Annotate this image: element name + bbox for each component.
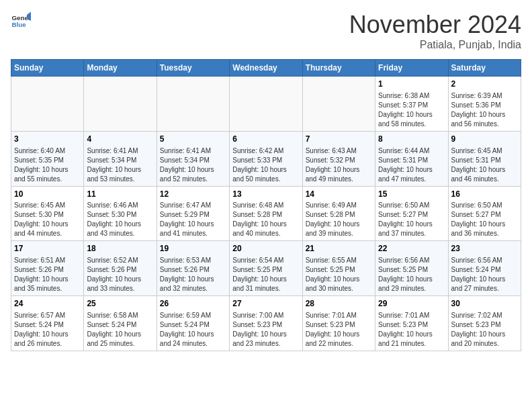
day-info: Sunrise: 6:53 AM Sunset: 5:26 PM Dayligh… <box>160 256 226 293</box>
day-info: Sunrise: 6:47 AM Sunset: 5:29 PM Dayligh… <box>160 201 226 238</box>
day-number: 26 <box>160 298 226 310</box>
logo: General Blue <box>11 11 31 31</box>
calendar-cell: 23Sunrise: 6:56 AM Sunset: 5:24 PM Dayli… <box>448 241 521 296</box>
day-info: Sunrise: 6:59 AM Sunset: 5:24 PM Dayligh… <box>160 311 226 349</box>
day-number: 7 <box>306 134 372 145</box>
calendar-cell: 18Sunrise: 6:52 AM Sunset: 5:26 PM Dayli… <box>84 241 157 296</box>
day-number: 9 <box>451 134 518 145</box>
day-number: 25 <box>87 298 153 310</box>
day-number: 18 <box>87 243 153 255</box>
calendar-header-thursday: Thursday <box>302 60 375 77</box>
calendar-week-3: 10Sunrise: 6:45 AM Sunset: 5:30 PM Dayli… <box>11 186 521 241</box>
calendar-cell: 16Sunrise: 6:50 AM Sunset: 5:27 PM Dayli… <box>448 186 521 241</box>
day-number: 20 <box>232 243 299 255</box>
page-header: General Blue November 2024 Patiala, Punj… <box>11 11 521 51</box>
day-info: Sunrise: 7:02 AM Sunset: 5:23 PM Dayligh… <box>451 311 518 349</box>
calendar-header-saturday: Saturday <box>448 60 521 77</box>
calendar-cell: 27Sunrise: 7:00 AM Sunset: 5:23 PM Dayli… <box>230 296 302 351</box>
calendar-cell <box>84 77 157 132</box>
calendar-week-2: 3Sunrise: 6:40 AM Sunset: 5:35 PM Daylig… <box>11 131 521 186</box>
svg-text:Blue: Blue <box>12 21 27 28</box>
day-info: Sunrise: 6:41 AM Sunset: 5:34 PM Dayligh… <box>87 146 153 184</box>
calendar-header-friday: Friday <box>375 60 448 77</box>
day-info: Sunrise: 7:00 AM Sunset: 5:23 PM Dayligh… <box>232 311 299 349</box>
calendar-cell: 25Sunrise: 6:58 AM Sunset: 5:24 PM Dayli… <box>84 296 157 351</box>
calendar-cell: 2Sunrise: 6:39 AM Sunset: 5:36 PM Daylig… <box>448 77 521 132</box>
day-info: Sunrise: 6:38 AM Sunset: 5:37 PM Dayligh… <box>378 91 445 129</box>
day-number: 4 <box>87 134 153 145</box>
day-number: 22 <box>378 243 445 255</box>
day-number: 19 <box>160 243 226 255</box>
calendar-cell: 17Sunrise: 6:51 AM Sunset: 5:26 PM Dayli… <box>11 241 84 296</box>
day-info: Sunrise: 6:48 AM Sunset: 5:28 PM Dayligh… <box>232 201 299 238</box>
calendar-cell: 28Sunrise: 7:01 AM Sunset: 5:23 PM Dayli… <box>302 296 375 351</box>
calendar-cell: 6Sunrise: 6:42 AM Sunset: 5:33 PM Daylig… <box>230 131 302 186</box>
calendar-cell: 14Sunrise: 6:49 AM Sunset: 5:28 PM Dayli… <box>302 186 375 241</box>
calendar-cell: 21Sunrise: 6:55 AM Sunset: 5:25 PM Dayli… <box>302 241 375 296</box>
day-number: 24 <box>14 298 81 310</box>
day-info: Sunrise: 7:01 AM Sunset: 5:23 PM Dayligh… <box>306 311 372 349</box>
day-info: Sunrise: 6:39 AM Sunset: 5:36 PM Dayligh… <box>451 91 518 129</box>
calendar-cell <box>157 77 229 132</box>
day-info: Sunrise: 6:41 AM Sunset: 5:34 PM Dayligh… <box>160 146 226 184</box>
calendar-cell: 3Sunrise: 6:40 AM Sunset: 5:35 PM Daylig… <box>11 131 84 186</box>
calendar-cell: 13Sunrise: 6:48 AM Sunset: 5:28 PM Dayli… <box>230 186 302 241</box>
calendar-cell: 22Sunrise: 6:56 AM Sunset: 5:25 PM Dayli… <box>375 241 448 296</box>
day-info: Sunrise: 6:51 AM Sunset: 5:26 PM Dayligh… <box>14 256 81 293</box>
calendar-week-5: 24Sunrise: 6:57 AM Sunset: 5:24 PM Dayli… <box>11 296 521 351</box>
location-title: Patiala, Punjab, India <box>349 39 521 51</box>
calendar-cell: 8Sunrise: 6:44 AM Sunset: 5:31 PM Daylig… <box>375 131 448 186</box>
day-info: Sunrise: 6:54 AM Sunset: 5:25 PM Dayligh… <box>232 256 299 293</box>
day-number: 29 <box>378 298 445 310</box>
calendar-header-row: SundayMondayTuesdayWednesdayThursdayFrid… <box>11 60 521 77</box>
calendar-cell <box>11 77 84 132</box>
day-number: 12 <box>160 189 226 200</box>
calendar-header-monday: Monday <box>84 60 157 77</box>
day-info: Sunrise: 6:40 AM Sunset: 5:35 PM Dayligh… <box>14 146 81 184</box>
day-number: 16 <box>451 189 518 200</box>
calendar-cell: 26Sunrise: 6:59 AM Sunset: 5:24 PM Dayli… <box>157 296 229 351</box>
day-info: Sunrise: 6:43 AM Sunset: 5:32 PM Dayligh… <box>306 146 372 184</box>
calendar-cell: 20Sunrise: 6:54 AM Sunset: 5:25 PM Dayli… <box>230 241 302 296</box>
day-number: 14 <box>306 189 372 200</box>
logo-icon: General Blue <box>11 11 31 31</box>
day-info: Sunrise: 6:45 AM Sunset: 5:31 PM Dayligh… <box>451 146 518 184</box>
day-number: 27 <box>232 298 299 310</box>
day-info: Sunrise: 7:01 AM Sunset: 5:23 PM Dayligh… <box>378 311 445 349</box>
day-info: Sunrise: 6:56 AM Sunset: 5:25 PM Dayligh… <box>378 256 445 293</box>
day-info: Sunrise: 6:58 AM Sunset: 5:24 PM Dayligh… <box>87 311 153 349</box>
calendar-week-4: 17Sunrise: 6:51 AM Sunset: 5:26 PM Dayli… <box>11 241 521 296</box>
day-info: Sunrise: 6:55 AM Sunset: 5:25 PM Dayligh… <box>306 256 372 293</box>
day-info: Sunrise: 6:57 AM Sunset: 5:24 PM Dayligh… <box>14 311 81 349</box>
day-number: 6 <box>232 134 299 145</box>
calendar-cell: 15Sunrise: 6:50 AM Sunset: 5:27 PM Dayli… <box>375 186 448 241</box>
day-number: 15 <box>378 189 445 200</box>
calendar-week-1: 1Sunrise: 6:38 AM Sunset: 5:37 PM Daylig… <box>11 77 521 132</box>
day-info: Sunrise: 6:42 AM Sunset: 5:33 PM Dayligh… <box>232 146 299 184</box>
calendar-cell: 9Sunrise: 6:45 AM Sunset: 5:31 PM Daylig… <box>448 131 521 186</box>
day-info: Sunrise: 6:45 AM Sunset: 5:30 PM Dayligh… <box>14 201 81 238</box>
day-number: 30 <box>451 298 518 310</box>
day-number: 28 <box>306 298 372 310</box>
day-number: 23 <box>451 243 518 255</box>
day-number: 13 <box>232 189 299 200</box>
calendar-cell: 24Sunrise: 6:57 AM Sunset: 5:24 PM Dayli… <box>11 296 84 351</box>
calendar-cell: 4Sunrise: 6:41 AM Sunset: 5:34 PM Daylig… <box>84 131 157 186</box>
day-number: 5 <box>160 134 226 145</box>
calendar-cell: 12Sunrise: 6:47 AM Sunset: 5:29 PM Dayli… <box>157 186 229 241</box>
calendar-cell: 30Sunrise: 7:02 AM Sunset: 5:23 PM Dayli… <box>448 296 521 351</box>
day-info: Sunrise: 6:52 AM Sunset: 5:26 PM Dayligh… <box>87 256 153 293</box>
calendar-header-wednesday: Wednesday <box>230 60 302 77</box>
calendar-header-tuesday: Tuesday <box>157 60 229 77</box>
calendar-cell: 29Sunrise: 7:01 AM Sunset: 5:23 PM Dayli… <box>375 296 448 351</box>
day-number: 17 <box>14 243 81 255</box>
day-number: 1 <box>378 79 445 90</box>
calendar-cell: 1Sunrise: 6:38 AM Sunset: 5:37 PM Daylig… <box>375 77 448 132</box>
day-number: 3 <box>14 134 81 145</box>
calendar-cell <box>230 77 302 132</box>
day-number: 21 <box>306 243 372 255</box>
day-info: Sunrise: 6:46 AM Sunset: 5:30 PM Dayligh… <box>87 201 153 238</box>
calendar-cell: 19Sunrise: 6:53 AM Sunset: 5:26 PM Dayli… <box>157 241 229 296</box>
calendar-cell: 7Sunrise: 6:43 AM Sunset: 5:32 PM Daylig… <box>302 131 375 186</box>
month-title: November 2024 <box>349 11 521 39</box>
